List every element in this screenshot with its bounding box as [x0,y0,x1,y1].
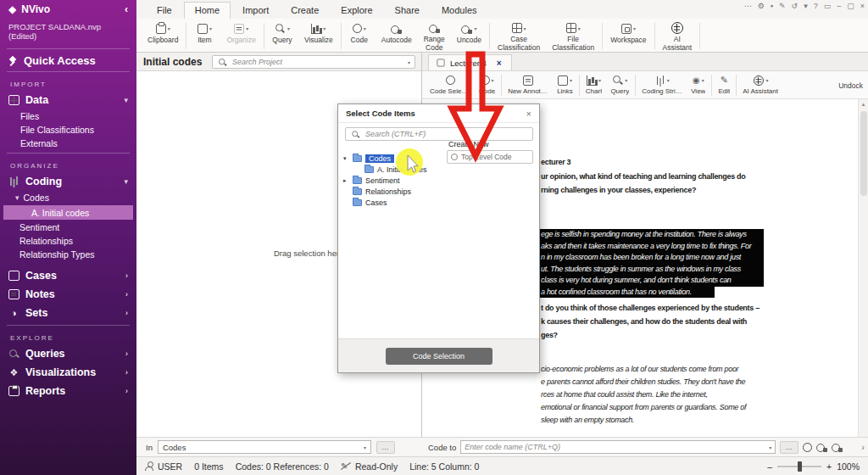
sidebar-item-cases[interactable]: Cases › [0,266,136,285]
expand-icon[interactable]: › [861,442,865,452]
undo-icon[interactable]: ↺ [792,2,798,10]
scroll-up-icon[interactable]: ▴ [859,99,868,108]
uncode-tag-icon[interactable] [832,442,843,452]
chevron-down-icon[interactable]: ▾ [769,444,771,450]
dialog-search-box[interactable] [345,127,533,141]
sidebar-item-relationship-types[interactable]: Relationship Types [0,248,136,261]
workspace-button[interactable]: ▾ Workspace [604,20,652,52]
top-level-code-option[interactable]: Top-Level Code [447,150,533,164]
more-icon[interactable]: ⋯ [744,2,752,10]
code-tag-icon[interactable] [816,442,827,452]
code-button[interactable]: ▾ Code [475,72,499,98]
dialog-search-input[interactable] [365,130,528,138]
more-options-button[interactable]: … [780,441,798,454]
minimize-icon[interactable]: – [837,2,841,10]
more-options-button[interactable]: … [376,441,395,454]
uncode-button[interactable]: ▾ Uncode [451,20,487,52]
tree-item-sentiment[interactable]: ▸ Sentiment [343,175,400,186]
tab-file[interactable]: File [147,3,182,19]
close-icon[interactable]: × [860,2,865,10]
range-code-button[interactable]: Range Code [418,20,451,52]
file-classification-button[interactable]: ▾ File Classification [546,20,600,52]
code-selection-button[interactable]: Code Selection [426,72,475,98]
sidebar-item-sets[interactable]: ◑ Sets › [0,304,136,322]
visualize-button[interactable]: ▾ Visualize [298,20,339,52]
tree-item-relationships[interactable]: Relationships [353,186,411,197]
clipboard-button[interactable]: ▾ Clipboard [142,20,184,52]
coding-stripes-button[interactable]: ▾ Coding Stripes [637,72,687,98]
sidebar-item-files[interactable]: Files [0,109,136,123]
sidebar-item-data[interactable]: Data ▾ [0,91,136,109]
sidebar-item-file-classifications[interactable]: File Classifications [0,123,136,137]
chevron-right-icon[interactable]: › [125,349,128,358]
query-button[interactable]: ▾ Query [606,72,633,98]
sidebar-item-queries[interactable]: Queries › [0,344,136,363]
chevron-down-icon[interactable]: ▾ [124,177,128,186]
tab-import[interactable]: Import [232,3,279,19]
code-to-input[interactable] [465,443,767,451]
chevron-right-icon[interactable]: › [125,290,128,299]
search-project-input[interactable] [232,58,402,66]
code-selection-button[interactable]: Code Selection [386,348,492,365]
search-project-box[interactable]: ▾ [212,55,415,69]
pin-dropdown-icon[interactable]: ▾ [804,2,808,10]
zoom-out-icon[interactable]: – [767,461,772,472]
code-button[interactable]: ▾ Code [343,20,376,52]
help-icon[interactable]: ? [814,2,818,10]
sidebar-item-relationships[interactable]: Relationships [0,234,136,248]
chart-button[interactable]: ▾ Chart [581,72,607,98]
edit-icon[interactable]: ✎ [779,2,786,10]
sidebar-item-quick-access[interactable]: Quick Access [0,52,136,69]
ai-assistant-button[interactable]: AI Assistant [657,20,698,52]
code-circle-icon[interactable] [803,443,812,452]
sidebar-item-sentiment[interactable]: Sentiment [0,221,136,234]
tab-home[interactable]: Home [184,2,231,19]
settings-icon[interactable]: ⚙ [758,2,765,10]
vertical-scrollbar[interactable]: ▴ [858,99,868,437]
code-to-field[interactable]: ▾ [460,440,776,454]
restore-icon[interactable]: ▢ [847,2,854,10]
edit-button[interactable]: ✎ Edit [714,72,734,98]
zoom-in-icon[interactable]: + [826,461,832,472]
chevron-down-icon[interactable]: ▾ [408,59,410,65]
query-button[interactable]: ▾ Query [266,20,298,52]
in-codes-dropdown[interactable]: Codes ▾ [158,440,371,454]
tree-item-cases[interactable]: Cases [353,197,387,208]
triangle-down-icon[interactable]: ▾ [343,155,349,162]
sidebar-item-codes[interactable]: ▾ Codes [0,191,136,204]
scrollbar-thumb[interactable] [860,111,867,196]
sidebar-item-reports[interactable]: Reports › [0,382,136,400]
links-button[interactable]: ▾ Links [553,72,577,98]
chevron-right-icon[interactable]: › [125,368,128,377]
tab-modules[interactable]: Modules [431,3,487,19]
save-icon[interactable]: ▪ [771,2,773,10]
chevron-down-icon[interactable]: ▾ [124,96,128,104]
feedback-icon[interactable]: ▭ [824,2,832,10]
dialog-title-bar[interactable]: Select Code Items × [338,104,539,123]
zoom-slider[interactable] [777,466,821,467]
tree-item-codes[interactable]: ▾ Codes [343,153,394,164]
sidebar-item-coding[interactable]: Coding ▾ [0,172,136,191]
case-classification-button[interactable]: ▾ Case Classification [492,20,546,52]
sidebar-item-notes[interactable]: Notes › [0,285,136,304]
item-button[interactable]: ▾ Item [188,20,220,52]
sidebar-item-externals[interactable]: Externals [0,137,136,150]
tree-item-initial-codes[interactable]: A. Initial codes [364,164,427,175]
chevron-right-icon[interactable]: › [125,271,128,280]
view-button[interactable]: ◉▾ View [687,72,709,98]
undock-button[interactable]: Undock [838,81,865,90]
close-tab-icon[interactable]: × [494,59,504,68]
tab-lecturer-3[interactable]: Lecturer 3 × [428,54,512,70]
chevron-right-icon[interactable]: › [125,387,128,395]
close-icon[interactable]: × [526,109,531,119]
sidebar-collapse-icon[interactable]: ‹ [125,3,128,15]
ai-assistant-button[interactable]: ▾ AI Assistant [738,72,782,98]
tab-explore[interactable]: Explore [331,3,382,19]
autocode-button[interactable]: Autocode [376,20,418,52]
tab-share[interactable]: Share [385,3,430,19]
zoom-slider-thumb[interactable] [798,461,802,472]
sidebar-item-visualizations[interactable]: ❖ Visualizations › [0,363,136,382]
radio-icon[interactable] [451,154,458,160]
chevron-right-icon[interactable]: › [125,309,128,317]
new-annotation-button[interactable]: New Annotation [504,72,553,98]
